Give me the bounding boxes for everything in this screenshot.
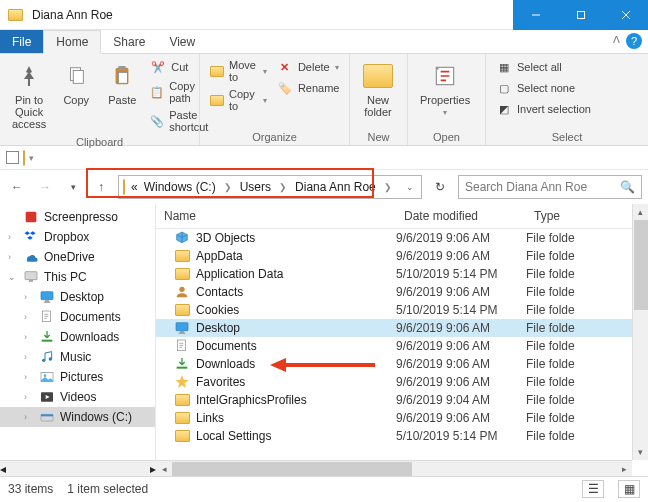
- file-row[interactable]: Cookies5/10/2019 5:14 PMFile folde: [156, 301, 648, 319]
- tab-view[interactable]: View: [157, 30, 207, 53]
- svg-point-20: [49, 357, 52, 360]
- address-dropdown-icon[interactable]: ⌄: [406, 182, 417, 192]
- svg-rect-13: [29, 280, 33, 281]
- properties-button[interactable]: Properties ▾: [416, 58, 474, 119]
- column-date[interactable]: Date modified: [396, 204, 526, 228]
- help-icon[interactable]: ?: [626, 33, 642, 49]
- copy-to-button[interactable]: Copy to▾: [208, 87, 269, 113]
- address-bar[interactable]: « Windows (C:) ❯ Users ❯ Diana Ann Roe ❯…: [118, 175, 422, 199]
- refresh-button[interactable]: ↻: [428, 180, 452, 194]
- group-label-organize: Organize: [208, 129, 341, 143]
- chevron-right-icon[interactable]: ❯: [222, 182, 234, 192]
- tree-item[interactable]: Screenpresso: [0, 207, 155, 227]
- select-none-icon: ▢: [496, 80, 512, 96]
- column-name[interactable]: Name: [156, 204, 396, 228]
- qat-dropdown-icon[interactable]: ▾: [29, 153, 34, 163]
- svg-rect-12: [25, 272, 37, 280]
- horizontal-scrollbar[interactable]: ◂▸: [156, 460, 632, 476]
- svg-rect-8: [119, 66, 126, 70]
- copy-button[interactable]: Copy: [56, 58, 96, 108]
- maximize-button[interactable]: [558, 0, 603, 30]
- copy-path-icon: 📋: [150, 84, 164, 100]
- chevron-right-icon[interactable]: ❯: [382, 182, 394, 192]
- tab-share[interactable]: Share: [101, 30, 157, 53]
- properties-icon: [429, 60, 461, 92]
- select-none-button[interactable]: ▢Select none: [494, 79, 593, 97]
- invert-selection-icon: ◩: [496, 101, 512, 117]
- new-folder-button[interactable]: New folder: [358, 58, 398, 120]
- nav-back-button[interactable]: ←: [6, 176, 28, 198]
- cut-icon: ✂️: [150, 59, 166, 75]
- svg-point-19: [42, 359, 45, 362]
- svg-rect-9: [119, 72, 128, 83]
- chevron-right-icon[interactable]: ❯: [277, 182, 289, 192]
- ribbon-tabs: File Home Share View ᐱ ?: [0, 30, 648, 54]
- file-row[interactable]: Application Data5/10/2019 5:14 PMFile fo…: [156, 265, 648, 283]
- status-bar: 33 items 1 item selected ☰ ▦: [0, 476, 648, 500]
- crumb-diana-ann-roe[interactable]: Diana Ann Roe: [295, 180, 376, 194]
- file-list: Name Date modified Type 3D Objects9/6/20…: [156, 204, 648, 476]
- rename-button[interactable]: 🏷️Rename: [275, 79, 342, 97]
- file-row[interactable]: Favorites9/6/2019 9:06 AMFile folde: [156, 373, 648, 391]
- file-row[interactable]: Local Settings5/10/2019 5:14 PMFile fold…: [156, 427, 648, 445]
- file-row[interactable]: 3D Objects9/6/2019 9:06 AMFile folde: [156, 229, 648, 247]
- tree-item[interactable]: ›Videos: [0, 387, 155, 407]
- move-to-button[interactable]: Move to▾: [208, 58, 269, 84]
- file-row[interactable]: AppData9/6/2019 9:06 AMFile folde: [156, 247, 648, 265]
- nav-tree[interactable]: Screenpresso›Dropbox›OneDrive⌄This PC›De…: [0, 204, 156, 460]
- tree-item[interactable]: ›Dropbox: [0, 227, 155, 247]
- tree-item[interactable]: ›Desktop: [0, 287, 155, 307]
- tree-item[interactable]: ›Documents: [0, 307, 155, 327]
- rename-icon: 🏷️: [277, 80, 293, 96]
- crumb-users[interactable]: Users: [240, 180, 271, 194]
- qat-checkbox[interactable]: [6, 151, 19, 164]
- file-row[interactable]: IntelGraphicsProfiles9/6/2019 9:04 AMFil…: [156, 391, 648, 409]
- file-row[interactable]: Links9/6/2019 9:06 AMFile folde: [156, 409, 648, 427]
- svg-rect-29: [180, 331, 184, 332]
- tree-horizontal-scrollbar[interactable]: ◂▸: [0, 460, 156, 476]
- nav-history-dropdown[interactable]: ▾: [62, 176, 84, 198]
- close-button[interactable]: [603, 0, 648, 30]
- crumb-windows-c[interactable]: Windows (C:): [144, 180, 216, 194]
- tree-item[interactable]: ›Music: [0, 347, 155, 367]
- tree-item[interactable]: ›OneDrive: [0, 247, 155, 267]
- view-details-button[interactable]: ☰: [582, 480, 604, 498]
- column-type[interactable]: Type: [526, 204, 648, 228]
- minimize-button[interactable]: [513, 0, 558, 30]
- paste-shortcut-icon: 📎: [150, 113, 164, 129]
- svg-rect-28: [176, 323, 188, 331]
- pin-quick-access-button[interactable]: Pin to Quick access: [8, 58, 50, 132]
- tree-item[interactable]: ›Windows (C:): [0, 407, 155, 427]
- svg-rect-1: [577, 11, 584, 18]
- group-label-open: Open: [416, 129, 477, 143]
- svg-rect-32: [177, 367, 188, 369]
- delete-button[interactable]: ✕Delete▾: [275, 58, 342, 76]
- invert-selection-button[interactable]: ◩Invert selection: [494, 100, 593, 118]
- paste-button[interactable]: Paste: [102, 58, 142, 108]
- view-icons-button[interactable]: ▦: [618, 480, 640, 498]
- tree-item[interactable]: ›Pictures: [0, 367, 155, 387]
- nav-forward-button[interactable]: →: [34, 176, 56, 198]
- file-row[interactable]: Desktop9/6/2019 9:06 AMFile folde: [156, 319, 648, 337]
- tab-file[interactable]: File: [0, 30, 43, 53]
- pin-icon: [13, 60, 45, 92]
- file-row[interactable]: Contacts9/6/2019 9:06 AMFile folde: [156, 283, 648, 301]
- tree-item[interactable]: ›Downloads: [0, 327, 155, 347]
- file-row[interactable]: Downloads9/6/2019 9:06 AMFile folde: [156, 355, 648, 373]
- quick-access-toolbar: ▾: [0, 146, 648, 170]
- tab-home[interactable]: Home: [43, 30, 101, 54]
- ribbon: Pin to Quick access Copy Paste ✂️Cut 📋Co…: [0, 54, 648, 146]
- ribbon-collapse-icon[interactable]: ᐱ: [613, 34, 620, 45]
- paste-icon: [106, 60, 138, 92]
- file-row[interactable]: Documents9/6/2019 9:06 AMFile folde: [156, 337, 648, 355]
- address-folder-icon: [123, 180, 125, 194]
- search-placeholder: Search Diana Ann Roe: [465, 180, 587, 194]
- column-headers[interactable]: Name Date modified Type: [156, 204, 648, 229]
- main-content: Screenpresso›Dropbox›OneDrive⌄This PC›De…: [0, 204, 648, 476]
- nav-up-button[interactable]: ↑: [90, 176, 112, 198]
- window-title: Diana Ann Roe: [30, 8, 113, 22]
- select-all-button[interactable]: ▦Select all: [494, 58, 593, 76]
- tree-item[interactable]: ⌄This PC: [0, 267, 155, 287]
- vertical-scrollbar[interactable]: ▴▾: [632, 204, 648, 460]
- search-input[interactable]: Search Diana Ann Roe 🔍: [458, 175, 642, 199]
